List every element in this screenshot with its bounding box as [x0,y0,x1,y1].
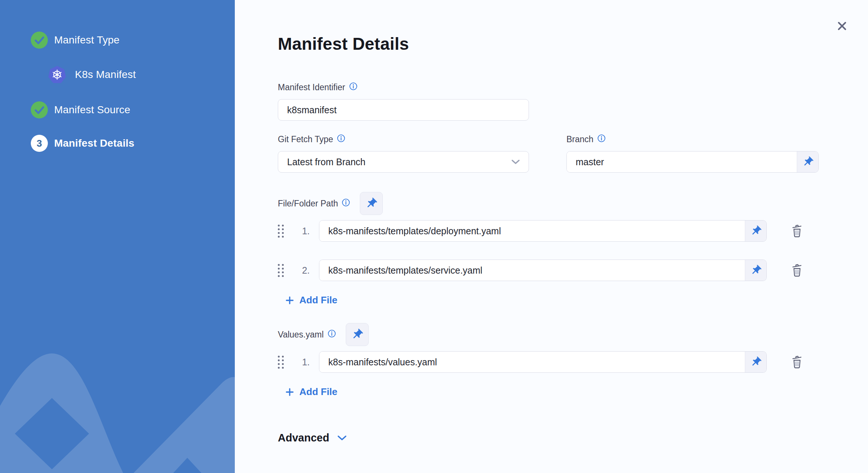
close-button[interactable] [834,18,850,34]
info-icon[interactable] [328,329,336,338]
page-title: Manifest Details [278,35,849,52]
git-fetch-type-select[interactable]: Latest from Branch [278,151,529,173]
git-fetch-type-field: Git Fetch Type Latest from Branch [278,134,529,173]
manifest-identifier-label: Manifest Identifier [278,82,345,92]
git-fetch-type-label: Git Fetch Type [278,134,333,144]
substep-k8s-manifest[interactable]: K8s Manifest [47,65,235,84]
delete-path-button[interactable] [790,263,804,278]
advanced-label: Advanced [278,432,329,444]
plus-icon [285,387,295,397]
add-file-button[interactable]: Add File [285,294,338,306]
branch-pin-button[interactable] [797,151,818,172]
path-pin-button[interactable] [745,260,766,281]
add-values-file-button[interactable]: Add File [285,386,338,398]
delete-values-button[interactable] [790,355,804,369]
chevron-down-icon [511,159,520,165]
drag-handle-icon[interactable] [278,225,284,238]
trash-icon [790,263,804,278]
file-folder-path-list: 1. [278,220,849,281]
check-circle-icon [31,101,48,118]
manifest-identifier-field: Manifest Identifier [278,82,529,121]
branch-field: Branch [566,134,819,173]
values-yaml-label: Values.yaml [278,329,324,340]
advanced-toggle[interactable]: Advanced [278,432,347,444]
check-circle-icon [31,32,48,49]
drag-handle-icon[interactable] [278,356,284,369]
values-row-1: 1. [278,351,849,373]
file-folder-path-header: File/Folder Path [278,192,849,215]
step-manifest-type[interactable]: Manifest Type [31,32,235,49]
step-manifest-source-label: Manifest Source [54,104,130,116]
values-yaml-list: 1. [278,351,849,373]
manifest-details-panel: Manifest Details Manifest Identifier [235,0,868,473]
step-manifest-source[interactable]: Manifest Source [31,101,235,118]
close-icon [836,20,848,32]
row-index: 1. [295,357,310,368]
values-yaml-section: Values.yaml [278,323,849,398]
values-yaml-pin-button[interactable] [346,323,369,346]
info-icon[interactable] [597,134,606,143]
row-index: 2. [295,265,310,276]
delete-path-button[interactable] [790,224,804,238]
pushpin-icon [750,264,762,276]
path-row-1: 1. [278,220,849,242]
step-manifest-details[interactable]: 3 Manifest Details [31,135,235,152]
step-number-badge: 3 [31,135,48,152]
info-icon[interactable] [349,82,358,91]
row-index: 1. [295,226,310,236]
harness-logo-watermark [0,334,235,473]
chevron-down-icon [337,435,347,441]
kubernetes-icon [47,65,67,84]
path-row-2: 2. [278,260,849,281]
branch-label: Branch [566,134,594,144]
branch-input[interactable] [567,151,797,172]
pushpin-icon [750,356,762,368]
trash-icon [790,355,804,369]
path-pin-button[interactable] [745,221,766,241]
add-file-label: Add File [299,386,338,398]
pushpin-icon [365,197,378,210]
info-icon[interactable] [342,198,350,207]
step-manifest-details-label: Manifest Details [54,137,134,149]
file-folder-path-label: File/Folder Path [278,198,338,209]
info-icon[interactable] [337,134,345,143]
pushpin-icon [802,156,814,168]
add-file-label: Add File [299,294,338,306]
file-folder-path-pin-button[interactable] [360,192,383,215]
git-fetch-type-value: Latest from Branch [287,157,365,167]
pushpin-icon [351,328,364,341]
path-input-1[interactable] [319,221,745,241]
drag-handle-icon[interactable] [278,264,284,277]
path-input-2[interactable] [319,260,745,281]
step-manifest-type-label: Manifest Type [54,34,119,46]
values-pin-button[interactable] [745,352,766,372]
substep-k8s-manifest-label: K8s Manifest [75,69,136,81]
wizard-steps-sidebar: Manifest Type K8s Manifest [0,0,235,473]
plus-icon [285,295,295,306]
manifest-identifier-input[interactable] [278,99,529,121]
trash-icon [790,224,804,238]
manifest-wizard-dialog: Manifest Type K8s Manifest [0,0,868,473]
pushpin-icon [750,225,762,237]
values-input-1[interactable] [319,352,745,372]
